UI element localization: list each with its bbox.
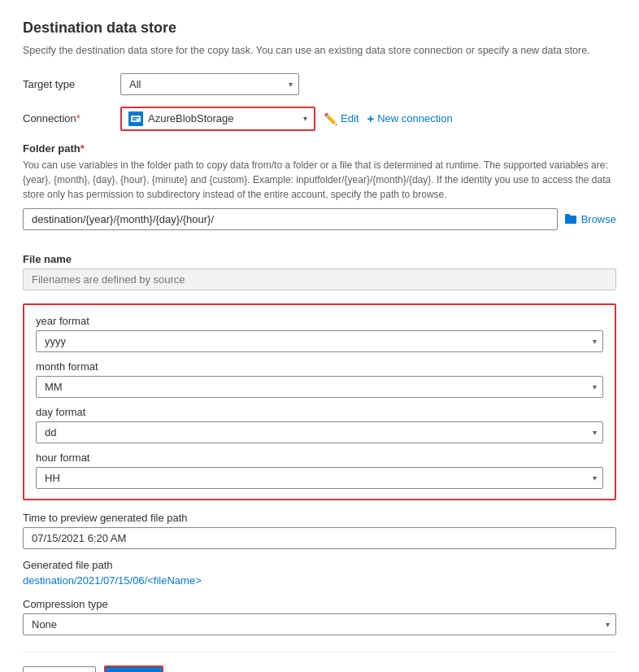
- month-format-row: month format MM ▾: [36, 360, 603, 398]
- plus-icon: +: [367, 111, 374, 125]
- connection-chevron-icon: ▾: [303, 114, 307, 123]
- blob-storage-icon: [128, 111, 143, 126]
- svg-rect-3: [133, 119, 137, 120]
- day-format-select-wrapper: dd ▾: [36, 421, 603, 443]
- compression-section: Compression type None ▾: [23, 598, 616, 635]
- format-variables-box: year format yyyy ▾ month format MM ▾ day…: [23, 303, 616, 500]
- folder-path-input-row: Browse: [23, 208, 616, 230]
- pencil-icon: ✏️: [324, 112, 337, 125]
- folder-path-label: Folder path*: [23, 142, 616, 155]
- page-title: Destination data store: [23, 20, 616, 37]
- target-type-select[interactable]: All: [120, 73, 299, 95]
- compression-select[interactable]: None: [23, 613, 616, 635]
- year-format-label: year format: [36, 315, 603, 327]
- connection-label: Connection*: [23, 112, 120, 124]
- year-format-select[interactable]: yyyy: [36, 330, 603, 352]
- time-preview-section: Time to preview generated file path: [23, 512, 616, 549]
- compression-label: Compression type: [23, 598, 616, 610]
- hour-format-row: hour format HH ▾: [36, 452, 603, 489]
- svg-rect-2: [133, 117, 139, 119]
- generated-path-value: destination/2021/07/15/06/<fileName>: [23, 574, 202, 587]
- connection-controls: AzureBlobStorage ▾ ✏️ Edit + New connect…: [120, 107, 453, 131]
- file-name-label: File name: [23, 253, 616, 265]
- hour-format-select[interactable]: HH: [36, 467, 603, 489]
- day-format-row: day format dd ▾: [36, 406, 603, 443]
- month-format-label: month format: [36, 360, 603, 373]
- folder-icon: [564, 212, 577, 225]
- year-format-select-wrapper: yyyy ▾: [36, 330, 603, 352]
- folder-path-description: You can use variables in the folder path…: [23, 158, 616, 202]
- browse-button[interactable]: Browse: [564, 212, 616, 225]
- connection-value: AzureBlobStorage: [148, 112, 298, 124]
- edit-link[interactable]: ✏️ Edit: [324, 112, 359, 125]
- previous-button[interactable]: ‹ Previous: [23, 666, 96, 672]
- day-format-label: day format: [36, 406, 603, 418]
- connection-row: Connection* AzureBlobStorage ▾ ✏️ Edit: [23, 107, 616, 131]
- day-format-select[interactable]: dd: [36, 421, 603, 443]
- file-name-input: [23, 268, 616, 290]
- page-subtitle: Specify the destination data store for t…: [23, 43, 616, 59]
- file-name-section: File name: [23, 253, 616, 290]
- page-container: Destination data store Specify the desti…: [0, 0, 639, 672]
- target-type-label: Target type: [23, 78, 120, 90]
- year-format-row: year format yyyy ▾: [36, 315, 603, 352]
- folder-path-input[interactable]: [23, 208, 558, 230]
- connection-dropdown[interactable]: AzureBlobStorage ▾: [120, 107, 315, 131]
- next-button[interactable]: Next ›: [104, 665, 163, 672]
- month-format-select-wrapper: MM ▾: [36, 376, 603, 398]
- new-connection-link[interactable]: + New connection: [367, 111, 452, 125]
- hour-format-select-wrapper: HH ▾: [36, 467, 603, 489]
- generated-path-label: Generated file path: [23, 559, 616, 571]
- hour-format-label: hour format: [36, 452, 603, 464]
- footer-bar: ‹ Previous Next ›: [23, 652, 616, 672]
- time-preview-label: Time to preview generated file path: [23, 512, 616, 524]
- target-type-row: Target type All ▾: [23, 73, 616, 95]
- target-type-select-wrapper: All ▾: [120, 73, 299, 95]
- svg-rect-1: [131, 116, 141, 122]
- month-format-select[interactable]: MM: [36, 376, 603, 398]
- compression-select-wrapper: None ▾: [23, 613, 616, 635]
- generated-path-section: Generated file path destination/2021/07/…: [23, 559, 616, 587]
- folder-path-section: Folder path* You can use variables in th…: [23, 142, 616, 242]
- time-preview-input[interactable]: [23, 527, 616, 549]
